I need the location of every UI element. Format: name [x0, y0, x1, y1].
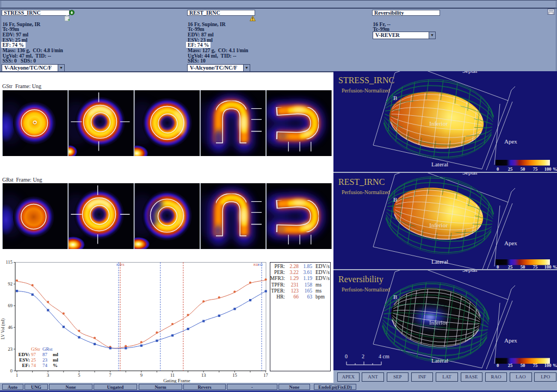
svg-text:9: 9	[140, 372, 143, 378]
svg-text:GRst: GRst	[42, 346, 53, 352]
svg-text:Apex: Apex	[504, 337, 517, 344]
svg-text:Perfusion-Normalized: Perfusion-Normalized	[342, 88, 390, 94]
svg-text:4 cm: 4 cm	[379, 353, 389, 359]
svg-text:7: 7	[109, 372, 111, 378]
svg-text:123: 123	[291, 288, 299, 294]
svg-text:69: 69	[8, 303, 13, 308]
svg-text:1.19: 1.19	[303, 276, 312, 281]
svg-text:74: 74	[42, 363, 48, 368]
svg-text:ms: ms	[315, 282, 321, 288]
svg-text:1.29: 1.29	[289, 276, 299, 281]
svg-text:75: 75	[533, 166, 538, 172]
svg-text:MFR3:: MFR3:	[270, 276, 285, 281]
svg-text:PFR:: PFR:	[274, 264, 285, 269]
svg-text:ml: ml	[53, 352, 58, 357]
svg-text:Apex: Apex	[504, 138, 517, 145]
svg-text:EDV/s: EDV/s	[315, 264, 330, 269]
svg-text:EDV/s: EDV/s	[315, 270, 330, 275]
svg-text:50: 50	[521, 363, 525, 368]
svg-text:EDV:: EDV:	[18, 352, 30, 357]
svg-text:63: 63	[307, 294, 313, 300]
svg-text:Lateral: Lateral	[431, 357, 448, 364]
svg-text:165: 165	[305, 288, 313, 294]
svg-text:0: 0	[497, 166, 499, 172]
svg-text:13: 13	[201, 372, 206, 378]
svg-text:2.28: 2.28	[289, 264, 299, 269]
svg-text:0: 0	[345, 353, 348, 359]
svg-text:50: 50	[521, 264, 525, 270]
svg-text:%: %	[553, 363, 557, 368]
svg-text:3.61: 3.61	[303, 270, 312, 275]
svg-text:100: 100	[544, 264, 552, 270]
svg-text:%: %	[553, 166, 557, 172]
svg-text:EF:: EF:	[22, 363, 30, 368]
svg-text:3: 3	[47, 372, 49, 378]
svg-text:PER:: PER:	[274, 270, 285, 275]
svg-text:Lateral: Lateral	[431, 161, 448, 167]
svg-text:0: 0	[497, 363, 499, 368]
svg-text:ms: ms	[315, 288, 321, 294]
svg-text:Inferior: Inferior	[429, 120, 448, 127]
svg-text:97: 97	[31, 352, 36, 357]
svg-text:100: 100	[544, 166, 552, 172]
svg-text:17: 17	[263, 372, 268, 378]
svg-text:%: %	[53, 363, 58, 368]
svg-text:0: 0	[497, 264, 499, 270]
svg-text:74: 74	[31, 363, 36, 368]
svg-text:%: %	[553, 264, 557, 270]
svg-text:TPER:: TPER:	[271, 288, 285, 294]
svg-text:Inferior: Inferior	[429, 222, 448, 228]
svg-text:66: 66	[294, 294, 299, 300]
svg-text:TPFR:: TPFR:	[271, 282, 285, 288]
svg-text:25: 25	[31, 357, 36, 363]
svg-text:25: 25	[508, 166, 513, 172]
svg-text:Lateral: Lateral	[431, 258, 448, 265]
svg-text:231: 231	[291, 282, 299, 288]
svg-text:11: 11	[170, 372, 175, 378]
svg-text:ED: ED	[258, 263, 263, 266]
svg-text:1: 1	[16, 372, 18, 378]
svg-text:46: 46	[8, 325, 13, 330]
svg-text:B: B	[393, 294, 397, 300]
svg-text:75: 75	[533, 363, 538, 368]
svg-text:REST_IRNC: REST_IRNC	[338, 177, 385, 186]
svg-text:158: 158	[305, 282, 313, 288]
svg-text:ESV:: ESV:	[19, 357, 30, 363]
svg-text:Septal: Septal	[462, 71, 478, 74]
svg-text:25: 25	[508, 264, 513, 270]
svg-text:Reversibility: Reversibility	[338, 275, 383, 284]
svg-text:Apex: Apex	[504, 240, 517, 246]
svg-text:5: 5	[78, 372, 80, 378]
svg-text:Septal: Septal	[462, 270, 478, 273]
svg-text:GStr: GStr	[31, 346, 40, 352]
svg-text:Septal: Septal	[462, 173, 478, 176]
svg-text:B: B	[393, 196, 397, 203]
svg-text:STRESS_IRNC: STRESS_IRNC	[338, 76, 394, 85]
svg-text:50: 50	[521, 166, 525, 172]
svg-text:HR:: HR:	[276, 294, 285, 300]
svg-text:23: 23	[8, 346, 13, 352]
svg-text:2: 2	[362, 353, 364, 359]
svg-text:75: 75	[533, 264, 538, 270]
svg-text:15: 15	[232, 372, 237, 378]
svg-text:LV Vol (ml): LV Vol (ml)	[1, 318, 5, 339]
svg-text:23: 23	[42, 357, 48, 363]
svg-text:ml: ml	[53, 357, 58, 363]
svg-text:25: 25	[508, 363, 513, 368]
svg-text:3.22: 3.22	[289, 270, 299, 275]
svg-text:Perfusion-Normalized: Perfusion-Normalized	[342, 189, 390, 195]
svg-text:0: 0	[10, 368, 13, 374]
svg-text:1.85: 1.85	[303, 264, 312, 269]
svg-text:B: B	[393, 95, 397, 101]
svg-text:115: 115	[6, 259, 13, 265]
svg-text:92: 92	[8, 281, 13, 287]
svg-text:bpm: bpm	[315, 294, 325, 300]
svg-text:100: 100	[544, 363, 552, 368]
svg-text:Inferior: Inferior	[429, 319, 448, 326]
svg-text:ES: ES	[120, 263, 125, 266]
svg-text:EDV/s: EDV/s	[315, 276, 330, 281]
svg-text:Perfusion-Normalized: Perfusion-Normalized	[342, 287, 390, 293]
svg-text:87: 87	[42, 352, 48, 357]
